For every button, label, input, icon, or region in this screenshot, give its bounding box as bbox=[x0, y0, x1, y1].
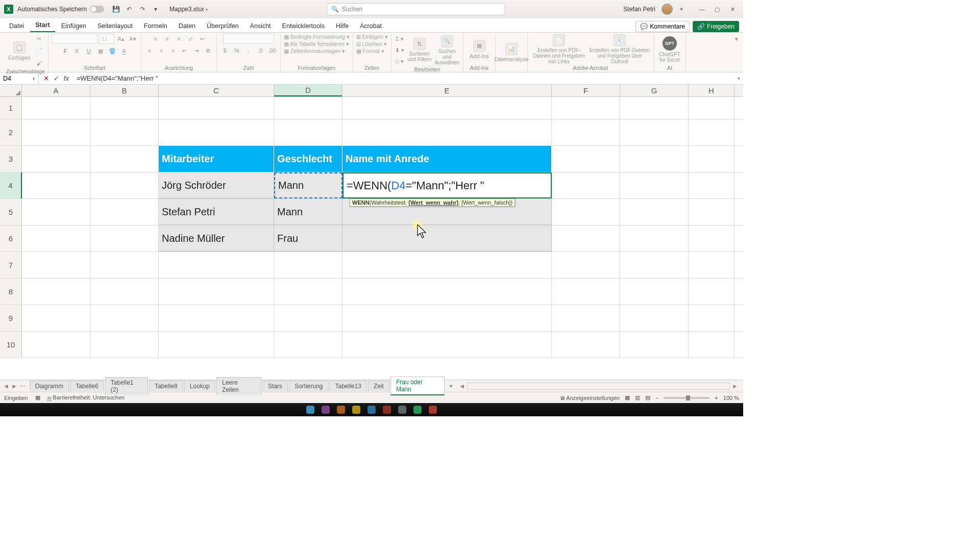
row-header-8[interactable]: 8 bbox=[0, 279, 22, 305]
addins-button[interactable]: ▦Add-Ins bbox=[467, 40, 492, 59]
pdf-outlook-button[interactable]: 📧Erstellen von PDF-Dateien und Freigeben… bbox=[589, 34, 650, 64]
conditional-format-button[interactable]: ▦ Bedingte Formatierung ▾ bbox=[284, 34, 350, 40]
percent-icon[interactable]: % bbox=[232, 45, 242, 56]
sheet-tab-stars[interactable]: Stars bbox=[262, 381, 288, 391]
cell-c6[interactable]: Nadine Müller bbox=[159, 226, 274, 252]
col-header-g[interactable]: G bbox=[620, 85, 689, 96]
search-box[interactable]: 🔍 Suchen bbox=[327, 3, 505, 15]
sheet-tab-tabelle13[interactable]: Tabelle13 bbox=[330, 381, 367, 391]
cell-c2[interactable] bbox=[159, 119, 274, 145]
cell-a3[interactable] bbox=[22, 146, 90, 172]
cell-h2[interactable] bbox=[689, 119, 734, 145]
increase-font-icon[interactable]: A▴ bbox=[116, 34, 126, 44]
tab-entwicklertools[interactable]: Entwicklertools bbox=[277, 20, 330, 32]
cell-a2[interactable] bbox=[22, 119, 90, 145]
row-header-4[interactable]: 4 bbox=[0, 172, 22, 198]
sheet-tab-tabelle6[interactable]: Tabelle6 bbox=[70, 381, 104, 391]
taskbar-app-icon[interactable] bbox=[337, 406, 345, 414]
cell-f4[interactable] bbox=[552, 172, 620, 198]
cell-f1[interactable] bbox=[552, 97, 620, 119]
decrease-font-icon[interactable]: A▾ bbox=[128, 34, 138, 44]
taskbar-app-icon[interactable] bbox=[306, 406, 314, 414]
row-header-6[interactable]: 6 bbox=[0, 226, 22, 252]
tab-daten[interactable]: Daten bbox=[174, 20, 201, 32]
cell-g1[interactable] bbox=[620, 97, 689, 119]
paste-button[interactable]: 📋 Einfügen bbox=[7, 41, 32, 61]
function-tooltip[interactable]: WENN(Wahrheitstest; [Wert_wenn_wahr]; [W… bbox=[350, 198, 515, 207]
name-box-dropdown-icon[interactable]: ▾ bbox=[33, 76, 35, 81]
col-header-b[interactable]: B bbox=[90, 85, 159, 96]
cell-a1[interactable] bbox=[22, 97, 90, 119]
cell-g4[interactable] bbox=[620, 172, 689, 198]
cell-d6[interactable]: Frau bbox=[274, 226, 342, 252]
maximize-button[interactable]: ▢ bbox=[710, 4, 724, 14]
cell-h5[interactable] bbox=[689, 199, 734, 225]
tab-ueberpruefen[interactable]: Überprüfen bbox=[202, 20, 244, 32]
cell-g6[interactable] bbox=[620, 226, 689, 252]
fill-icon[interactable]: ⬇ ▾ bbox=[395, 45, 405, 55]
cell-b3[interactable] bbox=[90, 146, 159, 172]
cell-g2[interactable] bbox=[620, 119, 689, 145]
minimize-button[interactable]: — bbox=[695, 4, 708, 14]
cell-d1[interactable] bbox=[274, 97, 342, 119]
taskbar-app-icon[interactable] bbox=[322, 406, 330, 414]
cut-icon[interactable]: ✂ bbox=[34, 34, 44, 44]
cell-e6[interactable] bbox=[342, 226, 552, 252]
wrap-text-icon[interactable]: ↩ bbox=[197, 34, 207, 44]
formula-input[interactable]: =WENN(D4="Mann";"Herr " bbox=[74, 74, 734, 82]
cell-styles-button[interactable]: ▦ Zellenformatvorlagen ▾ bbox=[284, 48, 345, 54]
cell-h4[interactable] bbox=[689, 172, 734, 198]
decrease-decimal-icon[interactable]: .00 bbox=[267, 45, 277, 56]
cell-a4[interactable] bbox=[22, 172, 90, 198]
align-center-icon[interactable]: ≡ bbox=[156, 45, 166, 56]
insert-cells-button[interactable]: ⊞ Einfügen ▾ bbox=[356, 34, 388, 40]
cell-e1[interactable] bbox=[342, 97, 552, 119]
indent-right-icon[interactable]: ⇥ bbox=[191, 45, 202, 56]
collapse-ribbon-icon[interactable]: ▾ bbox=[735, 36, 738, 42]
comments-button[interactable]: 💬 Kommentare bbox=[635, 21, 690, 32]
format-cells-button[interactable]: ▦ Format ▾ bbox=[356, 48, 384, 54]
select-all-corner[interactable] bbox=[0, 85, 22, 96]
cell-b4[interactable] bbox=[90, 172, 159, 198]
zoom-slider[interactable] bbox=[664, 397, 709, 399]
number-format-combo[interactable] bbox=[223, 34, 274, 44]
cell-f2[interactable] bbox=[552, 119, 620, 145]
diamond-icon[interactable]: ✦ bbox=[679, 6, 684, 13]
font-name-combo[interactable] bbox=[52, 34, 97, 44]
view-page-break-icon[interactable]: ▤ bbox=[645, 394, 650, 401]
cell-a5[interactable] bbox=[22, 199, 90, 225]
cell-b2[interactable] bbox=[90, 119, 159, 145]
row-header-3[interactable]: 3 bbox=[0, 146, 22, 172]
cell-g3[interactable] bbox=[620, 146, 689, 172]
clear-icon[interactable]: ◇ ▾ bbox=[395, 56, 405, 66]
sheet-tab-zeit[interactable]: Zeit bbox=[368, 381, 389, 391]
display-settings-button[interactable]: 🖥 Anzeigeeinstellungen bbox=[559, 395, 620, 401]
cell-b5[interactable] bbox=[90, 199, 159, 225]
row-header-5[interactable]: 5 bbox=[0, 199, 22, 225]
taskbar-app-icon[interactable] bbox=[368, 406, 376, 414]
cell-h3[interactable] bbox=[689, 146, 734, 172]
add-sheet-button[interactable]: + bbox=[446, 383, 456, 390]
col-header-f[interactable]: F bbox=[552, 85, 620, 96]
cell-h6[interactable] bbox=[689, 226, 734, 252]
zoom-level[interactable]: 100 % bbox=[723, 395, 739, 401]
col-header-h[interactable]: H bbox=[689, 85, 734, 96]
tab-seitenlayout[interactable]: Seitenlayout bbox=[92, 20, 138, 32]
find-select-button[interactable]: 🔍Suchen und Auswählen bbox=[434, 35, 460, 65]
col-header-e[interactable]: E bbox=[342, 85, 552, 96]
copy-icon[interactable]: 📄 bbox=[34, 46, 44, 56]
cell-d4[interactable]: Mann bbox=[274, 172, 342, 198]
cell-c3[interactable]: Mitarbeiter bbox=[159, 146, 274, 172]
cell-e4-editing[interactable]: =WENN(D4="Mann";"Herr " WENN(Wahrheitste… bbox=[342, 172, 552, 198]
delete-cells-button[interactable]: ⊟ Löschen ▾ bbox=[356, 41, 387, 47]
align-middle-icon[interactable]: ≡ bbox=[162, 34, 172, 44]
cell-f3[interactable] bbox=[552, 146, 620, 172]
tab-ansicht[interactable]: Ansicht bbox=[245, 20, 276, 32]
font-color-icon[interactable]: A̲ bbox=[119, 46, 129, 56]
sheet-nav-prev-icon[interactable]: ◄ bbox=[3, 383, 9, 390]
sheet-tab-lookup[interactable]: Lookup bbox=[184, 381, 215, 391]
taskbar-app-icon[interactable] bbox=[352, 406, 360, 414]
cell-e3[interactable]: Name mit Anrede bbox=[342, 146, 552, 172]
taskbar-app-icon[interactable] bbox=[398, 406, 406, 414]
cell-h1[interactable] bbox=[689, 97, 734, 119]
